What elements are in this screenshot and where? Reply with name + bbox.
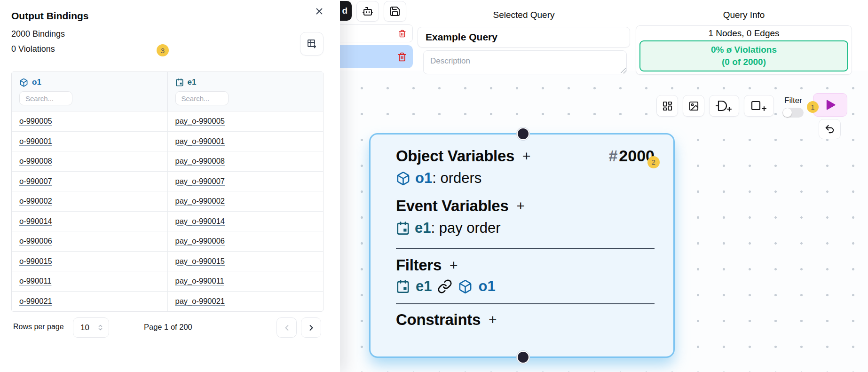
step-badge-3: 3: [157, 44, 169, 56]
export-table-button[interactable]: [300, 32, 324, 55]
binding-link[interactable]: pay_o-990001: [175, 137, 225, 146]
binding-link[interactable]: o-990006: [19, 237, 52, 245]
filter-toggle[interactable]: [782, 108, 804, 118]
add-filter-button[interactable]: +: [450, 257, 458, 273]
binding-link[interactable]: pay_o-990007: [175, 177, 225, 186]
node-divider: [396, 248, 655, 249]
next-page-button[interactable]: [301, 317, 321, 338]
bindings-count: 2000 Bindings: [11, 29, 65, 39]
step-badge-2: 2: [647, 156, 660, 168]
search-input-o1[interactable]: [19, 91, 72, 105]
calendar-icon: [175, 78, 184, 87]
node-handle-top[interactable]: [517, 127, 529, 140]
add-event-variable-button[interactable]: +: [516, 198, 525, 214]
add-constraint-button[interactable]: +: [489, 312, 497, 328]
cube-icon: [19, 78, 28, 87]
event-variable-row[interactable]: e1: pay order: [396, 220, 655, 237]
cube-icon: [458, 279, 473, 294]
save-icon: [389, 6, 401, 17]
query-description-input[interactable]: [423, 50, 627, 74]
add-node-button[interactable]: [744, 95, 774, 117]
search-input-e1[interactable]: [175, 91, 229, 105]
table-export-icon: [306, 38, 317, 49]
link-icon: [437, 279, 452, 294]
filter-label: Filter: [781, 96, 805, 105]
node-divider: [396, 303, 655, 304]
query-info-card: 1 Nodes, 0 Edges 0% ø Violations (0 of 2…: [636, 25, 852, 75]
constraints-label: Constraints: [396, 311, 481, 329]
binding-link[interactable]: o-990014: [19, 217, 52, 226]
output-bindings-panel: Output Bindings 2000 Bindings 0 Violatio…: [0, 0, 340, 372]
app-window: d Selected Query Query Info 1 Nodes, 0 E…: [0, 0, 868, 372]
binding-link[interactable]: o-990005: [19, 117, 52, 126]
binding-link[interactable]: pay_o-990008: [175, 157, 225, 166]
binding-link[interactable]: pay_o-990005: [175, 117, 225, 126]
delete-query-icon[interactable]: [397, 52, 407, 62]
pagination-bar: Rows per page 10 Page 1 of 200: [11, 317, 324, 338]
add-gate-node-button[interactable]: [709, 95, 739, 117]
violations-count: 0 Violations: [11, 44, 55, 54]
undo-button[interactable]: [819, 119, 841, 139]
table-row: o-990014 pay_o-990014: [12, 212, 323, 232]
binding-count: # 2000 2: [608, 147, 655, 165]
binding-link[interactable]: o-990007: [19, 177, 52, 186]
textarea-resize-handle[interactable]: [621, 68, 626, 73]
binding-link[interactable]: o-990015: [19, 257, 52, 266]
table-row: o-990006 pay_o-990006: [12, 231, 323, 252]
table-header: o1 e1: [12, 72, 323, 111]
image-icon: [688, 101, 699, 111]
square-plus-icon: [751, 100, 767, 112]
binding-link[interactable]: o-990011: [19, 277, 52, 285]
binding-link[interactable]: pay_o-990011: [175, 277, 224, 285]
table-row: o-990011 pay_o-990011: [12, 271, 323, 292]
bindings-table: o1 e1 o-990005 pay_o-990005: [11, 71, 324, 312]
previous-page-button[interactable]: [276, 317, 297, 338]
calendar-icon: [396, 221, 410, 235]
object-variables-label: Object Variables: [396, 147, 514, 165]
table-row: o-990021 pay_o-990021: [12, 292, 323, 312]
add-object-variable-button[interactable]: +: [522, 148, 531, 164]
binding-link[interactable]: pay_o-990002: [175, 197, 225, 206]
column-header-o1: o1: [12, 72, 167, 111]
export-image-button[interactable]: [683, 95, 704, 117]
binding-link[interactable]: pay_o-990014: [175, 217, 225, 226]
layout-button[interactable]: [656, 95, 678, 117]
undo-icon: [824, 124, 835, 135]
filter-binding-row[interactable]: e1 o1: [396, 278, 655, 295]
play-icon: [824, 98, 837, 111]
filters-label: Filters: [396, 256, 442, 274]
binding-link[interactable]: o-990008: [19, 157, 52, 166]
binding-link[interactable]: pay_o-990015: [175, 257, 225, 266]
table-row: o-990001 pay_o-990001: [12, 132, 323, 152]
object-variable-row[interactable]: o1: orders: [396, 170, 655, 187]
rows-per-page-label: Rows per page: [13, 323, 64, 331]
binding-link[interactable]: o-990001: [19, 137, 52, 146]
query-node[interactable]: Object Variables + # 2000 2 o1: orders E…: [369, 133, 675, 358]
query-name-input[interactable]: [418, 27, 630, 47]
dashboard-icon: [662, 101, 673, 111]
event-variables-label: Event Variables: [396, 197, 508, 215]
violations-summary: 0% ø Violations (0 of 2000): [639, 40, 848, 71]
save-query-button[interactable]: [384, 1, 406, 22]
hash-icon: #: [608, 147, 617, 165]
node-handle-bottom[interactable]: [517, 351, 529, 364]
binding-link[interactable]: o-990021: [19, 297, 52, 306]
binding-link[interactable]: pay_o-990006: [175, 237, 225, 245]
chevron-left-icon: [282, 323, 292, 332]
step-badge-1: 1: [807, 101, 819, 113]
chevron-right-icon: [307, 323, 316, 332]
close-panel-button[interactable]: [312, 4, 326, 18]
assistant-button[interactable]: [356, 1, 379, 22]
panel-title: Output Bindings: [11, 10, 88, 22]
chevrons-up-down-icon: [97, 324, 104, 331]
rows-per-page-select[interactable]: 10: [73, 317, 109, 338]
nodes-edges-count: 1 Nodes, 0 Edges: [708, 28, 779, 39]
column-header-e1: e1: [167, 72, 324, 111]
robot-icon: [362, 6, 373, 17]
binding-link[interactable]: o-990002: [19, 197, 52, 206]
logic-gate-plus-icon: [716, 100, 733, 112]
binding-link[interactable]: pay_o-990021: [175, 297, 225, 306]
close-icon: [314, 6, 324, 16]
table-row: o-990007 pay_o-990007: [12, 172, 323, 192]
delete-query-icon[interactable]: [398, 30, 406, 38]
